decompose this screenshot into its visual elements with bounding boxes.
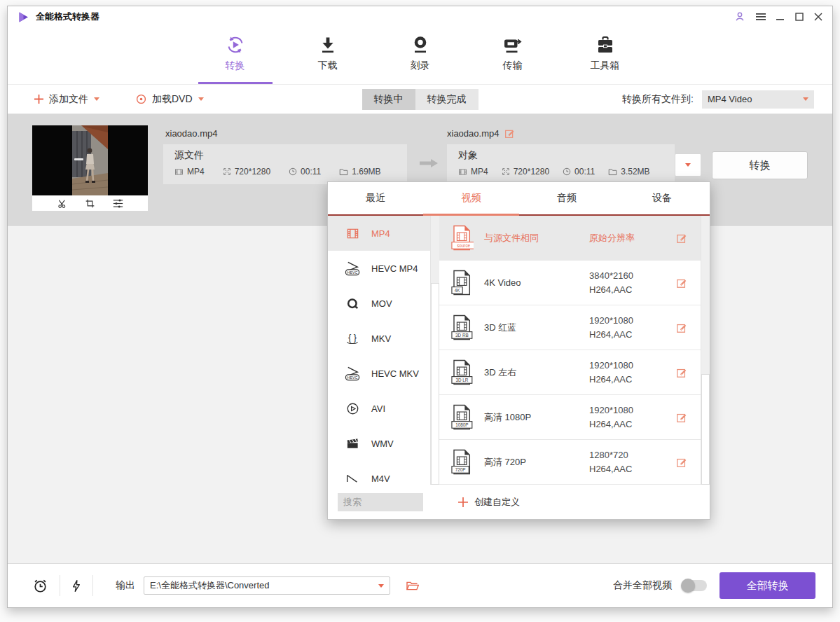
panel-tab-视频[interactable]: 视频 [423,182,518,214]
source-format: MP4 [174,167,205,177]
convert-all-button[interactable]: 全部转换 [719,572,815,599]
panel-tab-最近[interactable]: 最近 [328,182,423,214]
preset-edit-icon[interactable] [676,233,687,244]
open-folder-icon[interactable] [406,581,419,591]
merge-videos-toggle[interactable] [682,580,707,591]
svg-text:1080P: 1080P [455,422,468,427]
preset-specs: 1920*1080H264,AAC [589,403,677,431]
minimize-icon[interactable] [776,13,785,21]
tab-converting[interactable]: 转换中 [362,89,415,110]
load-dvd-button[interactable]: 加载DVD [136,93,204,106]
nav-tab-传输[interactable]: 传输 [476,34,550,84]
preset-row-3D 红蓝[interactable]: 3D RB3D 红蓝1920*1080H264,AAC [439,305,701,350]
preset-edit-icon[interactable] [676,457,687,468]
svg-text:source: source [457,243,470,248]
format-item-AVI[interactable]: AVI [328,391,430,426]
video-thumbnail-card [32,125,148,211]
preset-edit-icon[interactable] [676,277,687,289]
format-item-HEVC MKV[interactable]: HEVCHEVC MKV [328,356,430,391]
preset-name: 3D 左右 [484,366,589,379]
film-icon [174,167,184,177]
scrollbar-thumb[interactable] [431,283,439,485]
search-input[interactable] [338,493,423,511]
format-label: M4V [371,474,390,484]
preset-edit-icon[interactable] [676,322,687,333]
preset-row-3D 左右[interactable]: 3D LR3D 左右1920*1080H264,AAC [439,350,701,395]
download-icon [317,34,338,56]
output-path-input[interactable] [144,576,390,595]
format-item-HEVC MP4[interactable]: HEVCHEVC MP4 [328,251,430,286]
maximize-icon[interactable] [795,13,804,21]
user-account-icon[interactable] [734,11,745,22]
output-format-select[interactable]: MP4 Video [702,90,814,109]
crop-icon[interactable] [85,198,95,209]
format-item-MKV[interactable]: { }MKV [328,321,430,356]
target-box-title: 对象 [458,149,675,162]
convert-icon [225,34,246,56]
create-custom-button[interactable]: 创建自定义 [458,496,520,509]
preset-specs: 1920*1080H264,AAC [589,359,677,387]
close-icon[interactable] [814,13,822,21]
film-icon [458,167,467,177]
nav-tab-label: 下载 [318,60,338,72]
clapper-icon [342,437,363,450]
nav-tab-下载[interactable]: 下载 [291,34,365,84]
effects-sliders-icon[interactable] [112,198,124,209]
source-duration: 00:11 [289,167,321,177]
preset-list-scrollbar[interactable] [701,216,710,485]
target-duration: 00:11 [563,167,595,177]
app-window: 全能格式转换器 转换下载刻录传输工具箱 添加文件 [7,6,833,608]
clock-icon [563,167,571,176]
quicktime-icon [342,297,363,310]
add-files-label: 添加文件 [49,93,88,106]
preset-edit-icon[interactable] [676,412,687,423]
panel-tab-设备[interactable]: 设备 [614,182,710,214]
high-speed-bolt-icon[interactable] [71,579,81,593]
load-dvd-label: 加载DVD [152,93,193,106]
preset-name: 4K Video [484,277,589,288]
nav-tab-label: 转换 [226,60,245,72]
schedule-alarm-icon[interactable] [32,578,48,594]
preset-row-高清 720P[interactable]: 720P高清 720P1280*720H264,AAC [439,440,701,485]
preset-row-高清 1080P[interactable]: 1080P高清 1080P1920*1080H264,AAC [439,395,701,440]
add-files-button[interactable]: 添加文件 [34,93,99,106]
format-item-MP4[interactable]: MP4 [328,216,430,251]
format-label: AVI [371,403,385,414]
preset-file-icon: source [449,224,474,251]
preset-resolution: 1920*1080 [589,360,633,371]
create-custom-label: 创建自定义 [474,496,520,509]
hevc-icon: HEVC [342,366,363,382]
menu-icon[interactable] [756,13,766,21]
nav-tab-刻录[interactable]: 刻录 [383,34,457,84]
trim-scissors-icon[interactable] [57,198,68,209]
preset-list: source与源文件相同原始分辨率4K4K Video3840*2160H264… [439,216,710,485]
bottom-bar: 输出 合并全部视频 全部转换 [8,563,832,607]
nav-tab-工具箱[interactable]: 工具箱 [568,34,642,84]
preset-codec: H264,AAC [589,284,632,295]
preset-row-4K Video[interactable]: 4K4K Video3840*2160H264,AAC [439,261,701,305]
rename-edit-icon[interactable] [504,128,515,139]
preset-list-rows: source与源文件相同原始分辨率4K4K Video3840*2160H264… [439,216,701,485]
svg-text:{ }: { } [348,332,357,343]
preset-codec: H264,AAC [589,464,632,474]
preset-name: 高清 1080P [484,411,589,424]
panel-tab-音频[interactable]: 音频 [519,182,614,214]
format-item-MOV[interactable]: MOV [328,286,430,321]
tab-finished[interactable]: 转换完成 [415,89,478,110]
scrollbar-thumb[interactable] [701,374,710,485]
folder-icon [608,168,617,176]
preset-edit-icon[interactable] [676,367,687,378]
video-thumbnail[interactable] [32,125,148,195]
target-format-dropdown-button[interactable] [675,153,701,177]
convert-button[interactable]: 转换 [712,151,808,179]
resolution-icon [223,167,231,176]
format-item-WMV[interactable]: WMV [328,426,430,461]
clip-toolbar [32,195,148,211]
preset-row-与源文件相同[interactable]: source与源文件相同原始分辨率 [439,216,701,261]
nav-tab-转换[interactable]: 转换 [198,34,273,84]
chevron-down-icon[interactable] [378,584,384,588]
format-label: WMV [371,438,394,449]
format-item-M4V[interactable]: M4V [328,461,430,485]
target-info-box: 对象 MP4 720*1280 00:11 [447,144,675,184]
format-list-scrollbar[interactable] [430,216,439,485]
